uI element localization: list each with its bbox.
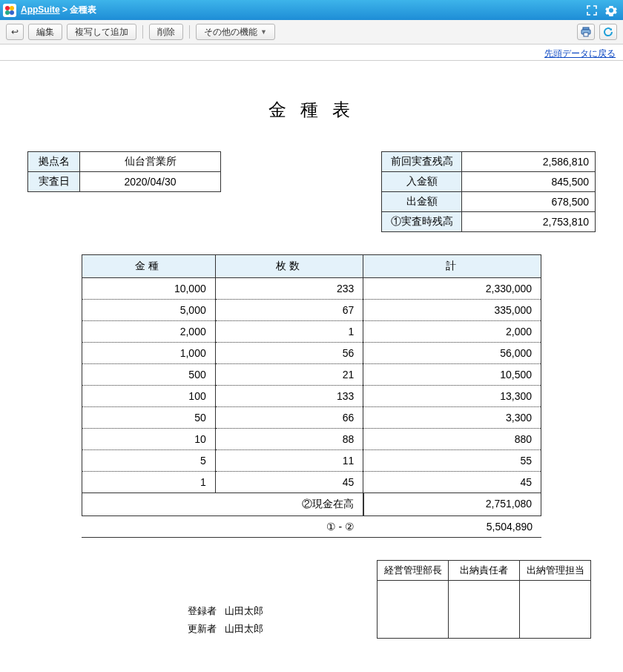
print-button[interactable]	[577, 24, 595, 40]
denom-cell-total: 45	[363, 472, 541, 493]
summary-table: 前回実査残高 2,586,810 入金額 845,500 出金額 678,500…	[381, 151, 596, 232]
diff-value: 5,504,890	[363, 516, 541, 538]
table-row: 10013313,300	[82, 386, 541, 407]
denom-cell-total: 56,000	[363, 343, 541, 364]
table-row: 5002110,500	[82, 364, 541, 386]
denom-cell-qty: 21	[215, 364, 363, 386]
breadcrumb-page: 金種表	[70, 4, 96, 15]
denomination-table: 金種 枚数 計 10,0002332,330,0005,00067335,000…	[82, 254, 541, 493]
denom-cell-total: 880	[363, 429, 541, 450]
fullscreen-icon[interactable]	[583, 2, 601, 19]
refresh-button[interactable]	[599, 24, 617, 40]
table-row: 2,00012,000	[82, 321, 541, 343]
updater-label: 更新者	[188, 623, 217, 634]
updater-value: 山田太郎	[225, 623, 263, 634]
denom-cell-denom: 1	[82, 472, 216, 493]
summary-withdrawal-label: 出金額	[382, 192, 462, 212]
denom-footer-totals: ②現金在高 2,751,080 ① - ② 5,504,890	[82, 493, 541, 538]
breadcrumb-app-link[interactable]: AppSuite	[21, 4, 60, 15]
table-row: 10,0002332,330,000	[82, 278, 541, 300]
printer-icon	[581, 27, 591, 37]
stamp-cell-2	[449, 581, 520, 639]
summary-prev-balance-value: 2,586,810	[462, 152, 596, 172]
diff-label: ① - ②	[82, 516, 363, 538]
app-logo-icon	[3, 4, 16, 17]
denom-col-total: 計	[363, 255, 541, 278]
table-row: 14545	[82, 472, 541, 493]
undo-arrow-icon: ↩	[11, 27, 19, 37]
denom-cell-denom: 10	[82, 429, 216, 450]
summary-withdrawal-value: 678,500	[462, 192, 596, 212]
other-functions-label: その他の機能	[204, 26, 257, 39]
registrant-label: 登録者	[188, 605, 217, 616]
denom-col-denom: 金種	[82, 255, 216, 278]
stamp-cell-3	[520, 581, 591, 639]
table-row: 5,00067335,000	[82, 300, 541, 321]
stamp-col-1-label: 経営管理部長	[378, 561, 449, 581]
denom-cell-denom: 5	[82, 450, 216, 472]
denom-cell-qty: 11	[215, 450, 363, 472]
denom-cell-total: 13,300	[363, 386, 541, 407]
denom-cell-qty: 133	[215, 386, 363, 407]
summary-deposit-label: 入金額	[382, 172, 462, 192]
meta-location-label: 拠点名	[28, 152, 80, 172]
edit-button[interactable]: 編集	[28, 24, 62, 40]
svg-point-3	[10, 10, 14, 15]
denom-cell-total: 2,330,000	[363, 278, 541, 300]
denom-cell-qty: 67	[215, 300, 363, 321]
titlebar: AppSuite > 金種表	[0, 0, 623, 20]
svg-point-0	[5, 6, 10, 10]
meta-location-value: 仙台営業所	[80, 152, 221, 172]
stamp-col-3-label: 出納管理担当	[520, 561, 591, 581]
denom-cell-total: 55	[363, 450, 541, 472]
stamp-col-2-label: 出納責任者	[449, 561, 520, 581]
denom-cell-qty: 66	[215, 407, 363, 429]
denom-cell-total: 335,000	[363, 300, 541, 321]
stamp-cell-1	[378, 581, 449, 639]
registrant-info: 登録者 山田太郎 更新者 山田太郎	[188, 605, 263, 640]
toolbar-separator	[189, 25, 190, 39]
other-functions-button[interactable]: その他の機能 ▼	[196, 24, 275, 40]
denom-cell-total: 2,000	[363, 321, 541, 343]
table-row: 1088880	[82, 429, 541, 450]
denom-cell-denom: 1,000	[82, 343, 216, 364]
meta-date-label: 実査日	[28, 172, 80, 192]
svg-point-1	[10, 6, 14, 10]
summary-balance-value: 2,753,810	[462, 212, 596, 232]
approval-stamps-table: 経営管理部長 出納責任者 出納管理担当	[377, 560, 591, 639]
toolbar-separator	[142, 25, 143, 39]
page-title: 金 種 表	[22, 98, 601, 122]
summary-balance-label: ①実査時残高	[382, 212, 462, 232]
cash-on-hand-value: 2,751,080	[363, 493, 541, 516]
document: 金 種 表 拠点名 仙台営業所 実査日 2020/04/30 前回実査残高 2,…	[11, 68, 612, 655]
document-scroll-area[interactable]: 金 種 表 拠点名 仙台営業所 実査日 2020/04/30 前回実査残高 2,…	[0, 60, 623, 672]
back-button[interactable]: ↩	[6, 24, 24, 40]
denom-cell-denom: 100	[82, 386, 216, 407]
table-row: 1,0005656,000	[82, 343, 541, 364]
toolbar: ↩ 編集 複写して追加 削除 その他の機能 ▼	[0, 20, 623, 45]
cash-on-hand-label: ②現金在高	[82, 493, 363, 516]
back-to-top-link[interactable]: 先頭データに戻る	[544, 48, 616, 59]
svg-rect-6	[584, 33, 588, 36]
chevron-down-icon: ▼	[260, 28, 267, 36]
summary-prev-balance-label: 前回実査残高	[382, 152, 462, 172]
delete-button[interactable]: 削除	[149, 24, 183, 40]
denom-col-qty: 枚数	[215, 255, 363, 278]
denom-cell-qty: 1	[215, 321, 363, 343]
table-row: 51155	[82, 450, 541, 472]
gear-icon[interactable]	[602, 2, 620, 19]
denom-cell-qty: 56	[215, 343, 363, 364]
svg-point-2	[5, 10, 10, 15]
meta-table: 拠点名 仙台営業所 実査日 2020/04/30	[27, 151, 221, 192]
denom-cell-total: 3,300	[363, 407, 541, 429]
breadcrumb-sep: >	[60, 4, 70, 15]
duplicate-add-button[interactable]: 複写して追加	[67, 24, 136, 40]
denom-cell-qty: 233	[215, 278, 363, 300]
denom-cell-qty: 45	[215, 472, 363, 493]
refresh-icon	[603, 27, 613, 37]
denom-cell-total: 10,500	[363, 364, 541, 386]
meta-date-value: 2020/04/30	[80, 172, 221, 192]
denom-cell-qty: 88	[215, 429, 363, 450]
summary-deposit-value: 845,500	[462, 172, 596, 192]
denom-cell-denom: 2,000	[82, 321, 216, 343]
